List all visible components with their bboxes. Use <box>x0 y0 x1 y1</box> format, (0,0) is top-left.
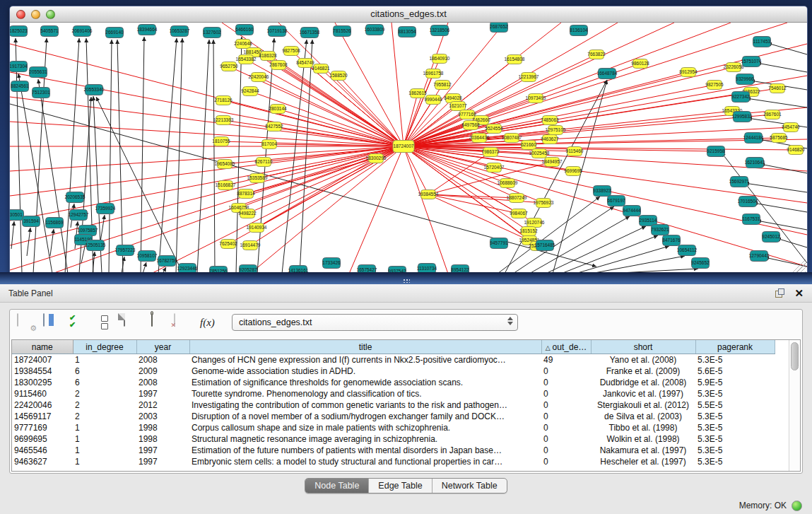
graph-node-label: 1117453 <box>753 39 771 44</box>
table-panel-title: Table Panel <box>8 288 775 298</box>
graph-node-label: 7485063 <box>541 117 559 122</box>
divider-grip-icon <box>403 279 410 283</box>
graph-node-label: 9860128 <box>631 61 649 66</box>
graph-node-label: 1862615 <box>408 90 427 95</box>
graph-node-label: 5875685 <box>770 135 788 140</box>
graph-node-label: 9474444 <box>623 208 641 213</box>
graph-node-label: 8267110 <box>255 159 273 164</box>
graph-node-label: 10025458 <box>529 151 550 156</box>
graph-node-label: 9227342 <box>731 94 750 99</box>
graph-node-label: 19120746 <box>524 220 545 225</box>
table-vertical-scrollbar[interactable] <box>789 340 800 471</box>
graph-node-label: 8427552 <box>265 124 283 129</box>
table-panel: Table Panel ✕ ⚙ ✔✔ f(x) citations_edges.… <box>0 284 812 514</box>
minimize-button[interactable] <box>31 10 40 19</box>
close-button[interactable] <box>16 10 25 19</box>
graph-node-label: 10807487 <box>502 135 522 140</box>
select-columns-button[interactable]: ✔✔ <box>69 314 88 331</box>
graph-node-label: 2669140 <box>105 30 124 35</box>
dropdown-stepper-icon <box>507 317 513 325</box>
graph-node-label: 8471676 <box>662 238 681 243</box>
graph-node-label: 7815526 <box>333 28 351 33</box>
application-window: citations_edges.txt 18724007183002951938… <box>0 0 812 514</box>
memory-status-indicator[interactable] <box>792 501 802 511</box>
network-window-titlebar[interactable]: citations_edges.txt <box>10 6 807 23</box>
column-header-year[interactable]: year <box>136 340 189 354</box>
graph-node-label: 1825023 <box>10 28 28 33</box>
table-row[interactable]: 1872400712008Changes of HCN gene express… <box>12 354 775 366</box>
column-header-pagerank[interactable]: pagerank <box>695 340 775 354</box>
table-selector-dropdown[interactable]: citations_edges.txt <box>232 314 518 331</box>
graph-node-label: 12790443 <box>749 253 770 258</box>
citation-network-graph[interactable]: 1872400718300295193845542240648188145049… <box>10 23 807 274</box>
sort-ascending-icon: △ <box>546 344 551 351</box>
graph-node-label: 17359924 <box>95 206 116 211</box>
function-builder-button[interactable]: f(x) <box>200 314 218 331</box>
graph-node-label: 10975857 <box>78 228 98 233</box>
graph-node-label: 10719138 <box>267 28 288 33</box>
graph-node-label: 15692971 <box>729 179 750 184</box>
table-row[interactable]: 911546021997Tourette syndrome. Phenomeno… <box>12 388 775 399</box>
column-header-name[interactable]: name <box>12 340 73 354</box>
table-row[interactable]: 969969511998Structural magnetic resonanc… <box>12 433 775 445</box>
node-table[interactable]: namein_degreeyeartitle△out_de…shortpager… <box>12 340 775 467</box>
tab-edge-table[interactable]: Edge Table <box>369 479 432 493</box>
float-panel-icon[interactable] <box>775 288 784 298</box>
graph-node-label: 9245012 <box>762 234 780 239</box>
row-mode-button[interactable] <box>95 314 114 331</box>
graph-node-label: 1815152 <box>519 228 538 233</box>
delete-table-button[interactable] <box>148 314 166 331</box>
network-window-title: citations_edges.txt <box>10 6 807 22</box>
graph-node-label: 2867601 <box>763 112 782 117</box>
tab-node-table[interactable]: Node Table <box>305 479 369 493</box>
graph-node-label: 16961758 <box>423 71 444 76</box>
table-row[interactable]: 946362711997Embryonic stem cells: a mode… <box>12 456 775 467</box>
graph-node-label: 15353589 <box>247 175 268 180</box>
graph-node-label: 621660 <box>521 142 536 147</box>
graph-node-label: 1327602 <box>203 30 221 35</box>
graph-node-label: 9457791 <box>490 240 508 245</box>
graph-node-label: 391594 <box>23 218 39 223</box>
graph-node-label: 18724007 <box>394 144 414 148</box>
table-row[interactable]: 2242004622012Investigating the contribut… <box>12 399 775 411</box>
split-pane-divider[interactable] <box>0 272 812 284</box>
graph-node-label: 9984067 <box>510 211 528 216</box>
graph-node-label: 9242844 <box>241 88 259 93</box>
graph-node-label: 9115460 <box>566 148 584 153</box>
graph-node-label: 23226058 <box>724 64 744 69</box>
close-panel-icon[interactable]: ✕ <box>794 288 804 298</box>
column-header-title[interactable]: title <box>189 340 541 354</box>
table-settings-button[interactable]: ⚙ <box>17 314 35 331</box>
new-table-button[interactable] <box>122 314 140 331</box>
memory-status-label: Memory: OK <box>739 501 787 510</box>
graph-node-label: 20691406 <box>72 28 93 33</box>
table-selector-value: citations_edges.txt <box>239 317 312 327</box>
network-canvas[interactable]: 1872400718300295193845542240648188145049… <box>10 23 807 274</box>
tab-network-table[interactable]: Network Table <box>433 479 507 493</box>
table-row[interactable]: 946554611997Estimation of the future num… <box>12 445 775 456</box>
table-row[interactable]: 977716911998Corpus callosum shape and si… <box>12 422 775 433</box>
graph-node-label: 2803144 <box>269 106 287 111</box>
table-row[interactable]: 1830029562008Estimation of significance … <box>12 377 775 388</box>
graph-node-label: 9777169 <box>458 112 476 117</box>
scrollbar-thumb[interactable] <box>791 342 799 370</box>
table-row[interactable]: 1938455462009Genome-wide association stu… <box>12 366 775 377</box>
graph-node-label: 1810755 <box>212 139 230 144</box>
graph-node-label: 12444184 <box>743 135 764 140</box>
table-toolbar-box: ⚙ ✔✔ f(x) citations_edges.txt namein_deg… <box>9 309 803 474</box>
graph-node-label: 8878314 <box>237 191 255 196</box>
graph-node-label: 16671358 <box>300 30 320 35</box>
zoom-button[interactable] <box>46 10 55 19</box>
column-header-in_degree[interactable]: in_degree <box>73 340 136 354</box>
column-header-short[interactable]: short <box>591 340 695 354</box>
graph-node-label: 15751074 <box>741 59 762 64</box>
column-header-out_de[interactable]: △out_de… <box>541 340 591 354</box>
graph-node-label: 16782759 <box>157 258 177 263</box>
network-view-window[interactable]: citations_edges.txt 18724007183002951938… <box>9 6 808 274</box>
graph-node-label: 6679197 <box>607 198 625 203</box>
graph-node-label: 9652750 <box>220 64 238 69</box>
table-row[interactable]: 1456911722003Disruption of a novel membe… <box>12 411 775 422</box>
graph-node-label: 9329966 <box>736 76 754 81</box>
graph-node-label: 18300295 <box>366 156 387 160</box>
show-columns-button[interactable] <box>43 314 61 331</box>
